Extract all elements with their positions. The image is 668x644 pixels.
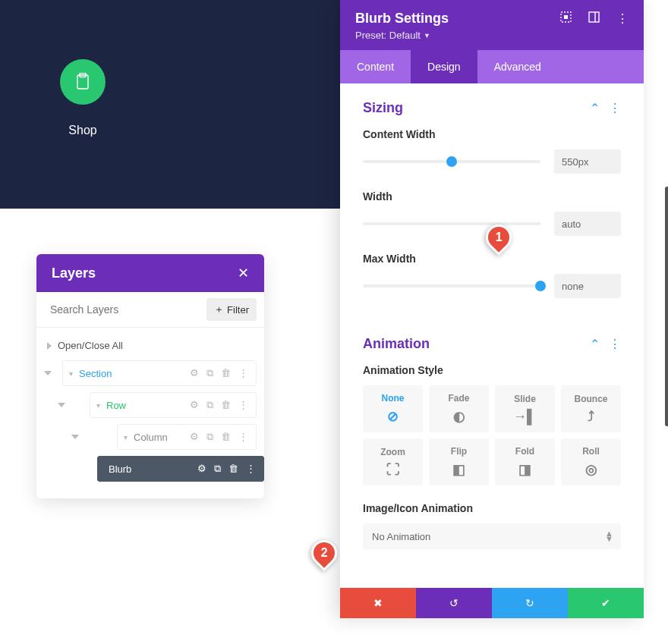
caret-down-icon[interactable] xyxy=(58,403,65,407)
content-width-label: Content Width xyxy=(363,128,621,140)
width-label: Width xyxy=(363,190,621,203)
filter-button[interactable]: ＋ Filter xyxy=(206,298,257,321)
more-icon[interactable]: ⋮ xyxy=(246,463,256,475)
tab-design[interactable]: Design xyxy=(411,50,477,83)
anim-none[interactable]: None⊘ xyxy=(363,385,423,432)
caret-down-icon[interactable] xyxy=(44,371,52,375)
anim-zoom[interactable]: Zoom⛶ xyxy=(363,438,423,485)
anim-fade[interactable]: Fade◐ xyxy=(429,385,489,432)
anim-slide[interactable]: Slide→▌ xyxy=(495,385,555,432)
shop-icon-circle xyxy=(60,59,106,105)
svg-rect-4 xyxy=(589,12,599,22)
search-input[interactable] xyxy=(44,299,206,320)
layer-blurb[interactable]: Blurb ⚙⧉🗑⋮ xyxy=(97,456,264,482)
animation-title: Animation xyxy=(363,336,590,352)
open-close-all[interactable]: Open/Close All xyxy=(58,340,123,351)
duplicate-icon[interactable]: ⧉ xyxy=(206,367,213,379)
trash-icon[interactable]: 🗑 xyxy=(228,463,238,475)
chevron-down-icon: ▼ xyxy=(424,32,430,39)
image-animation-select[interactable]: No Animation ▲▼ xyxy=(363,523,621,549)
sizing-title: Sizing xyxy=(363,100,590,116)
trash-icon[interactable]: 🗑 xyxy=(221,367,231,379)
svg-rect-3 xyxy=(564,15,568,19)
zoom-icon: ⛶ xyxy=(386,462,400,478)
trash-icon[interactable]: 🗑 xyxy=(221,431,231,443)
panel-actions: ✖ ↺ ↻ ✔ xyxy=(340,588,644,618)
collapse-icon[interactable]: ⌃ xyxy=(590,101,600,115)
scrollbar[interactable] xyxy=(665,187,668,426)
shop-label: Shop xyxy=(60,124,106,137)
duplicate-icon[interactable]: ⧉ xyxy=(214,463,221,475)
fold-icon: ◨ xyxy=(518,461,531,478)
gear-icon[interactable]: ⚙ xyxy=(197,463,206,475)
layer-column[interactable]: ▾Column ⚙⧉🗑⋮ xyxy=(117,424,257,450)
callout-2: 2 xyxy=(311,540,337,566)
content-width-slider[interactable] xyxy=(363,160,540,163)
more-icon[interactable]: ⋮ xyxy=(238,367,248,379)
flip-icon: ◧ xyxy=(452,461,465,478)
fade-icon: ◐ xyxy=(453,408,465,425)
discard-button[interactable]: ✖ xyxy=(340,588,416,618)
caret-right-icon[interactable] xyxy=(47,342,52,350)
expand-icon[interactable] xyxy=(560,11,572,26)
content-width-value[interactable] xyxy=(554,149,621,174)
filter-label: Filter xyxy=(227,304,249,316)
layers-panel: Layers ✕ ＋ Filter Open/Close All ▾Sectio… xyxy=(36,254,264,498)
gear-icon[interactable]: ⚙ xyxy=(190,399,199,411)
close-icon[interactable]: ✕ xyxy=(238,265,249,281)
plus-icon: ＋ xyxy=(214,303,224,316)
callout-1: 1 xyxy=(486,225,512,250)
anim-bounce[interactable]: Bounce⤴ xyxy=(561,385,621,432)
gear-icon[interactable]: ⚙ xyxy=(190,431,199,443)
max-width-slider[interactable] xyxy=(363,284,540,287)
undo-button[interactable]: ↺ xyxy=(416,588,492,618)
settings-panel: Blurb Settings ⋮ Preset: Default ▼ Conte… xyxy=(340,0,644,618)
animation-style-label: Animation Style xyxy=(363,364,621,376)
more-icon[interactable]: ⋮ xyxy=(616,11,629,26)
tab-advanced[interactable]: Advanced xyxy=(477,50,558,83)
dock-icon[interactable] xyxy=(588,11,600,26)
layer-section[interactable]: ▾Section ⚙⧉🗑⋮ xyxy=(62,360,257,386)
animation-section: Animation ⌃ ⋮ Animation Style None⊘ Fade… xyxy=(340,319,644,561)
more-icon[interactable]: ⋮ xyxy=(238,431,248,443)
more-icon[interactable]: ⋮ xyxy=(609,101,621,115)
tab-content[interactable]: Content xyxy=(340,50,411,83)
save-button[interactable]: ✔ xyxy=(568,588,644,618)
image-animation-label: Image/Icon Animation xyxy=(363,502,621,514)
slide-icon: →▌ xyxy=(513,409,537,425)
bounce-icon: ⤴ xyxy=(588,409,594,425)
gear-icon[interactable]: ⚙ xyxy=(190,367,199,379)
updown-icon: ▲▼ xyxy=(605,531,613,542)
max-width-value[interactable] xyxy=(554,274,621,298)
duplicate-icon[interactable]: ⧉ xyxy=(206,399,213,411)
preview-dark-band xyxy=(0,0,340,209)
more-icon[interactable]: ⋮ xyxy=(609,337,621,351)
more-icon[interactable]: ⋮ xyxy=(238,399,248,411)
panel-title: Blurb Settings xyxy=(355,11,560,27)
trash-icon[interactable]: 🗑 xyxy=(221,399,231,411)
collapse-icon[interactable]: ⌃ xyxy=(590,337,600,351)
duplicate-icon[interactable]: ⧉ xyxy=(206,431,213,443)
anim-fold[interactable]: Fold◨ xyxy=(495,438,555,485)
anim-flip[interactable]: Flip◧ xyxy=(429,438,489,485)
clipboard-icon xyxy=(75,73,90,91)
anim-roll[interactable]: Roll◎ xyxy=(561,438,621,485)
width-value[interactable] xyxy=(554,212,621,236)
caret-down-icon[interactable] xyxy=(71,435,79,439)
max-width-label: Max Width xyxy=(363,253,621,265)
sizing-section: Sizing ⌃ ⋮ Content Width Width xyxy=(340,83,644,319)
shop-module: Shop xyxy=(60,59,106,137)
redo-button[interactable]: ↻ xyxy=(492,588,568,618)
none-icon: ⊘ xyxy=(387,408,399,425)
layer-row[interactable]: ▾Row ⚙⧉🗑⋮ xyxy=(90,392,257,418)
layers-title: Layers xyxy=(52,265,96,281)
preset-dropdown[interactable]: Preset: Default ▼ xyxy=(340,30,644,50)
width-slider[interactable] xyxy=(363,222,540,225)
roll-icon: ◎ xyxy=(585,461,597,478)
